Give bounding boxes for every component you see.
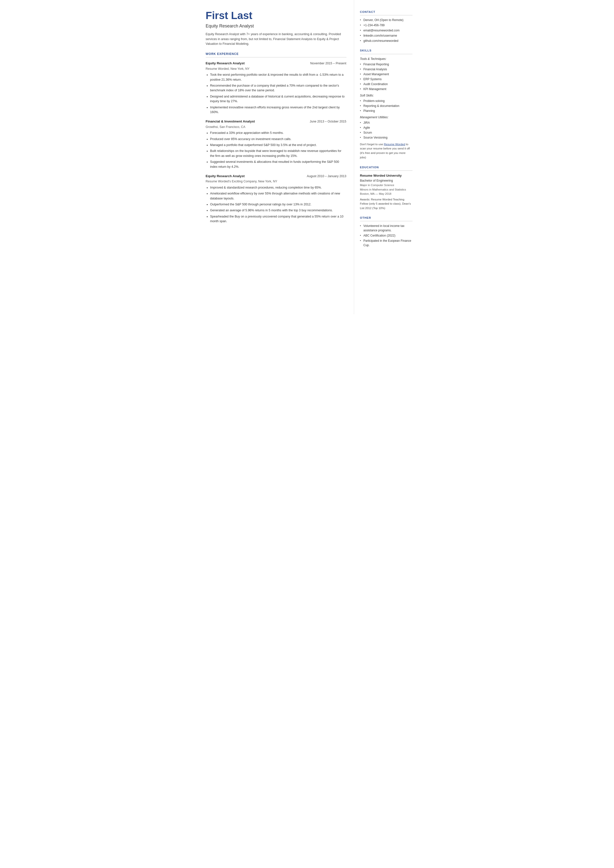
- skills-category-1: Tools & Techniques: Financial Reporting …: [360, 57, 412, 91]
- header-section: First Last Equity Research Analyst Equit…: [206, 10, 346, 46]
- candidate-name: First Last: [206, 10, 346, 21]
- job-block-3: Equity Research Analyst August 2010 – Ja…: [206, 174, 346, 224]
- skill-1-1: Financial Reporting: [360, 62, 412, 67]
- promo-link[interactable]: Resume Worded: [384, 143, 405, 146]
- edu-location-date: Boston, MA — May 2018: [360, 192, 412, 196]
- promo-before: Don't forget to use: [360, 143, 384, 146]
- job-bullets-2: Forecasted a 33% price appreciation with…: [206, 130, 346, 169]
- skills-cat-label-2: Soft Skills:: [360, 93, 412, 98]
- bullet-2-1: Forecasted a 33% price appreciation with…: [206, 130, 346, 135]
- job-title-2: Financial & Investment Analyst: [206, 119, 255, 124]
- edu-awards: Awards: Resume Worded Teaching Fellow (o…: [360, 197, 412, 210]
- contact-section: CONTACT Denver, OH (Open to Remote) +1-2…: [360, 10, 412, 43]
- skill-3-2: Agile: [360, 126, 412, 130]
- bullet-2-4: Built relationships on the buyside that …: [206, 149, 346, 158]
- promo-block: Don't forget to use Resume Worded to sca…: [360, 142, 412, 160]
- left-column: First Last Equity Research Analyst Equit…: [196, 0, 354, 314]
- skill-1-4: ERP Systems: [360, 77, 412, 81]
- job-header-1: Equity Research Analyst November 2015 – …: [206, 61, 346, 66]
- bullet-1-3: Designed and administered a database of …: [206, 94, 346, 104]
- contact-item-3: email@resumeworded.com: [360, 28, 412, 33]
- work-experience-section: WORK EXPERIENCE Equity Research Analyst …: [206, 52, 346, 224]
- contact-list: Denver, OH (Open to Remote) +1-234-456-7…: [360, 18, 412, 43]
- edu-major: Major in Computer Science: [360, 183, 412, 187]
- job-block-2: Financial & Investment Analyst June 2013…: [206, 119, 346, 169]
- job-header-3: Equity Research Analyst August 2010 – Ja…: [206, 174, 346, 179]
- skill-1-5: Audit Coordination: [360, 82, 412, 86]
- skills-label: SKILLS: [360, 48, 412, 54]
- bullet-3-4: Generated an average of 5.96% returns in…: [206, 208, 346, 213]
- job-company-3: Resume Worded's Exciting Company, New Yo…: [206, 179, 346, 184]
- job-header-2: Financial & Investment Analyst June 2013…: [206, 119, 346, 124]
- edu-degree: Bachelor of Engineering: [360, 179, 412, 183]
- contact-label: CONTACT: [360, 10, 412, 16]
- job-dates-2: June 2013 – October 2015: [310, 119, 346, 124]
- bullet-1-4: Implemented innovattive research efforts…: [206, 105, 346, 115]
- other-item-2: ABC Certification (2022): [360, 233, 412, 238]
- contact-item-5: github.com/resumeworded: [360, 39, 412, 43]
- job-title-1: Equity Research Analyst: [206, 61, 245, 66]
- job-bullets-1: Took the worst performing portfolio sect…: [206, 73, 346, 115]
- skills-list-2: Problem-solving Reporting & documentatio…: [360, 99, 412, 113]
- other-item-3: Participated in the Euopean Finance Cup.: [360, 239, 412, 247]
- job-dates-3: August 2010 – January 2013: [307, 174, 346, 179]
- skills-list-1: Financial Reporting Financial Analysis A…: [360, 62, 412, 91]
- bullet-3-3: Outperformed the S&P 500 through persona…: [206, 202, 346, 207]
- skill-2-1: Problem-solving: [360, 99, 412, 103]
- skill-3-4: Source Versioning: [360, 135, 412, 140]
- work-experience-label: WORK EXPERIENCE: [206, 52, 346, 57]
- bullet-3-1: Improved & standardized research procedu…: [206, 185, 346, 190]
- skill-1-2: Financial Analysis: [360, 67, 412, 71]
- contact-item-1: Denver, OH (Open to Remote): [360, 18, 412, 22]
- contact-item-2: +1-234-456-789: [360, 23, 412, 28]
- skill-1-3: Asset Management: [360, 72, 412, 76]
- edu-school: Resume Worded University: [360, 173, 412, 178]
- candidate-title: Equity Research Analyst: [206, 23, 346, 30]
- other-item-1: Volunteered in local income tax assistan…: [360, 224, 412, 233]
- skills-cat-label-1: Tools & Techniques:: [360, 57, 412, 61]
- job-company-1: Resume Worded, New York, NY: [206, 67, 346, 71]
- skill-3-1: JIRA: [360, 121, 412, 125]
- skills-list-3: JIRA Agile Scrum Source Versioning: [360, 121, 412, 140]
- skills-category-2: Soft Skills: Problem-solving Reporting &…: [360, 93, 412, 113]
- job-company-2: Growthsi, San Francisco, CA: [206, 125, 346, 129]
- other-section: OTHER Volunteered in local income tax as…: [360, 216, 412, 247]
- bullet-3-2: Ameliorated workflow efficiency by over …: [206, 191, 346, 201]
- right-column: CONTACT Denver, OH (Open to Remote) +1-2…: [354, 0, 419, 314]
- education-label: EDUCATION: [360, 165, 412, 171]
- skill-2-3: Planning: [360, 109, 412, 113]
- resume-page: First Last Equity Research Analyst Equit…: [196, 0, 419, 314]
- edu-minors: Minors in Mathematics and Statistics: [360, 188, 412, 192]
- job-block-1: Equity Research Analyst November 2015 – …: [206, 61, 346, 115]
- contact-item-4: linkedin.com/in/username: [360, 33, 412, 38]
- bullet-2-2: Produced over 85% accuracy on investment…: [206, 137, 346, 141]
- skills-section: SKILLS Tools & Techniques: Financial Rep…: [360, 48, 412, 160]
- skills-cat-label-3: Management Utilities:: [360, 115, 412, 120]
- other-list: Volunteered in local income tax assistan…: [360, 224, 412, 247]
- education-section: EDUCATION Resume Worded University Bache…: [360, 165, 412, 210]
- skill-3-3: Scrum: [360, 130, 412, 135]
- candidate-summary: Equity Research Analyst with 7+ years of…: [206, 32, 346, 46]
- job-title-3: Equity Research Analyst: [206, 174, 245, 179]
- bullet-1-2: Recommended the purchase of a company th…: [206, 83, 346, 93]
- skill-2-2: Reporting & documentation: [360, 104, 412, 108]
- job-dates-1: November 2015 – Present: [310, 61, 346, 66]
- bullet-2-5: Suggested several investments & allocati…: [206, 160, 346, 169]
- skill-1-6: KPI Management: [360, 87, 412, 91]
- other-label: OTHER: [360, 216, 412, 221]
- bullet-3-5: Spearheaded the Buy on a previously unco…: [206, 214, 346, 224]
- bullet-1-1: Took the worst performing portfolio sect…: [206, 73, 346, 82]
- skills-category-3: Management Utilities: JIRA Agile Scrum S…: [360, 115, 412, 140]
- job-bullets-3: Improved & standardized research procedu…: [206, 185, 346, 224]
- bullet-2-3: Managed a portfolio that outperformed S&…: [206, 143, 346, 148]
